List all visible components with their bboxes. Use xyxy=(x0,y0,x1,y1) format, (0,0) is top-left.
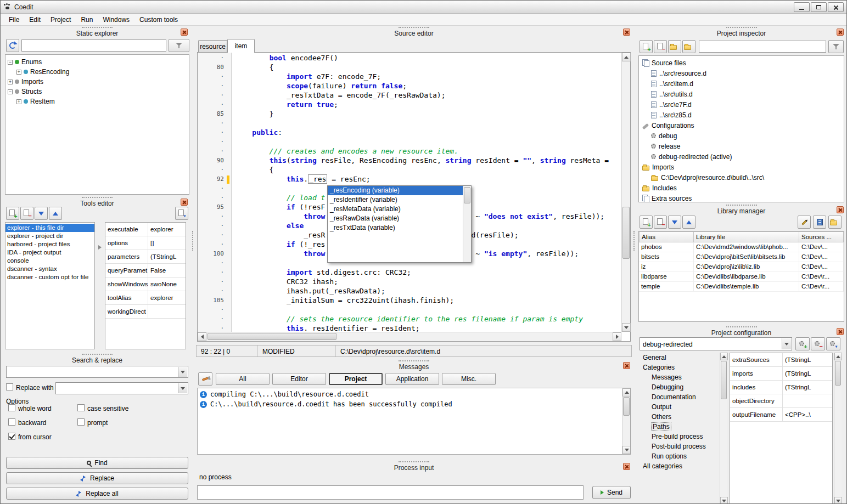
tree-item-enums[interactable]: −Enums xyxy=(5,57,189,67)
category-others[interactable]: Others xyxy=(640,412,719,422)
panel-close-icon[interactable] xyxy=(623,29,630,36)
library-row-bitsets[interactable]: bitsetsC:\Dev\dproj\bitSet\lib\bitsets.l… xyxy=(639,252,844,262)
drag-grip-icon[interactable] xyxy=(82,197,113,198)
title-bar[interactable]: Coedit xyxy=(1,1,846,14)
tree-item-resencoding[interactable]: +ResEncoding xyxy=(5,67,189,77)
inspector-item-includes[interactable]: Includes xyxy=(639,183,844,193)
remove-library-button[interactable]: − xyxy=(654,216,667,229)
replace-button[interactable]: Replace xyxy=(6,472,188,484)
add-library-folder-button[interactable] xyxy=(828,216,842,229)
tool-item-ida-project-output[interactable]: IDA - project output xyxy=(5,248,94,257)
filter-all[interactable]: All xyxy=(216,373,270,385)
property-value[interactable]: False xyxy=(148,264,186,277)
property-value[interactable]: explorer xyxy=(148,291,186,304)
property-row-outputfilename[interactable]: outputFilename<CPP>..\ xyxy=(730,408,832,422)
category-paths[interactable]: Paths xyxy=(640,422,719,432)
message-item[interactable]: C:\...\build\resource.d.coedit has been … xyxy=(198,399,630,409)
library-row-temple[interactable]: templeC:\Dev\dlibs\temple.libC:\Dev\r... xyxy=(639,282,844,292)
code-line[interactable]: · ihash.put(_resRawData); xyxy=(198,287,621,296)
scroll-down-button[interactable] xyxy=(720,497,728,504)
search-term-combo[interactable] xyxy=(6,366,188,378)
property-row-queryparamet[interactable]: queryParametFalse xyxy=(105,264,186,278)
column-header-library-file[interactable]: Library file xyxy=(694,231,799,242)
splitter-handle[interactable] xyxy=(633,231,635,251)
property-row-parameters[interactable]: parameters(TStringL xyxy=(105,250,186,264)
inspector-item-imports[interactable]: Imports xyxy=(639,162,844,172)
property-row-includes[interactable]: includes(TStringL xyxy=(730,381,832,394)
open-folder-button[interactable] xyxy=(668,40,681,53)
from-cursor-checkbox[interactable] xyxy=(8,433,15,440)
property-value[interactable]: <CPP>..\ xyxy=(783,408,832,421)
project-configuration-header[interactable]: Project configuration xyxy=(637,325,845,337)
code-line[interactable]: · return true; xyxy=(198,100,621,110)
expand-icon[interactable]: + xyxy=(16,99,21,104)
clear-messages-button[interactable] xyxy=(198,372,212,386)
project-inspector-header[interactable]: Project inspector xyxy=(637,26,845,38)
filter-misc[interactable]: Misc. xyxy=(442,373,496,385)
messages-scrollbar[interactable] xyxy=(622,388,630,454)
drag-grip-icon[interactable] xyxy=(82,354,113,355)
tab-item[interactable]: item xyxy=(227,39,255,53)
collapse-icon[interactable]: − xyxy=(8,89,13,94)
dropdown-button[interactable] xyxy=(178,367,187,377)
drag-grip-icon[interactable] xyxy=(726,205,757,206)
replace-term-combo[interactable] xyxy=(55,382,188,394)
refresh-button[interactable] xyxy=(6,39,19,52)
completion-item-resencoding-variable[interactable]: _resEncoding (variable) xyxy=(328,186,471,195)
search-header[interactable]: Search & replace xyxy=(5,353,189,365)
drag-grip-icon[interactable] xyxy=(726,27,757,28)
scroll-down-button[interactable] xyxy=(622,323,631,332)
tree-item-resitem[interactable]: +ResItem xyxy=(5,97,189,106)
code-line[interactable]: 80 { xyxy=(198,63,621,72)
drag-grip-icon[interactable] xyxy=(399,27,429,28)
tool-item-explorer-project-dir[interactable]: explorer - project dir xyxy=(5,232,94,240)
static-explorer-header[interactable]: Static explorer xyxy=(5,26,189,38)
edit-library-button[interactable] xyxy=(798,216,811,229)
property-row-options[interactable]: options[] xyxy=(105,236,186,250)
source-editor-header[interactable]: Source editor xyxy=(196,26,632,38)
clone-configuration-button[interactable]: ▾ xyxy=(826,337,840,350)
add-tool-button[interactable]: + xyxy=(6,207,19,220)
category-general[interactable]: General xyxy=(640,353,719,363)
move-down-button[interactable] xyxy=(35,207,48,220)
code-line[interactable]: 92 this._res = resEnc; xyxy=(198,175,621,184)
replace-all-button[interactable]: Replace all xyxy=(6,488,188,500)
remove-tool-button[interactable]: − xyxy=(20,207,33,220)
properties-grid-scrollbar[interactable] xyxy=(834,353,842,504)
case-sensitive-checkbox[interactable] xyxy=(77,404,85,411)
inspector-item-configurations[interactable]: Configurations xyxy=(639,120,844,131)
category-tree-scrollbar[interactable] xyxy=(720,353,727,504)
category-post-build-process[interactable]: Post-build process xyxy=(640,441,719,451)
column-header-alias[interactable]: Alias xyxy=(639,231,694,242)
panel-close-icon[interactable] xyxy=(837,206,844,213)
code-line[interactable]: · bool encodee7F() xyxy=(198,54,621,63)
completion-item-residentifier-variable[interactable]: _resIdentifier (variable) xyxy=(328,195,471,205)
property-value[interactable]: swoNone xyxy=(148,278,186,291)
property-row-extrasources[interactable]: extraSources(TStringL xyxy=(730,353,832,367)
scroll-right-button[interactable] xyxy=(613,332,621,341)
library-from-project-button[interactable] xyxy=(813,216,826,229)
scroll-down-button[interactable] xyxy=(622,446,631,454)
library-row-libdparse[interactable]: libdparseC:\Dev\dlibs\libdparse.libC:\De… xyxy=(639,272,844,282)
code-line[interactable]: · /// creates and encodes a new resource… xyxy=(198,147,621,156)
panel-close-icon[interactable] xyxy=(837,29,844,36)
inspector-item-c-dev-dproj-resource-d-build-src[interactable]: C:\Dev\dproj\resource.d\build\..\src\ xyxy=(639,172,844,183)
menu-windows[interactable]: Windows xyxy=(98,14,134,25)
code-line[interactable]: 90 this(string resFile, ResEncoding resE… xyxy=(198,156,621,166)
code-line[interactable]: · _resTxtData = encode_7F(_resRawData); xyxy=(198,91,621,100)
prompt-checkbox[interactable] xyxy=(77,418,85,426)
dropdown-button[interactable] xyxy=(782,338,791,349)
scroll-down-button[interactable] xyxy=(834,497,842,504)
inspector-item-src-e7f-d[interactable]: ..\src\e7F.d xyxy=(639,99,844,110)
send-button[interactable]: Send xyxy=(592,486,631,499)
drag-grip-icon[interactable] xyxy=(399,461,429,462)
property-value[interactable]: [] xyxy=(148,236,186,250)
process-input-header[interactable]: Process input xyxy=(196,460,632,472)
column-header-sources[interactable]: Sources ... xyxy=(799,231,844,242)
property-row-toolalias[interactable]: toolAliasexplorer xyxy=(105,291,186,305)
inspector-item-src-utils-d[interactable]: ..\src\utils.d xyxy=(639,89,844,99)
code-line[interactable]: 85 } xyxy=(198,110,621,119)
inspector-item-source-files[interactable]: Source files xyxy=(639,58,844,68)
inspector-item-debug-redirected-active[interactable]: debug-redirected (active) xyxy=(639,151,844,162)
inspector-filter-input[interactable] xyxy=(699,41,826,53)
